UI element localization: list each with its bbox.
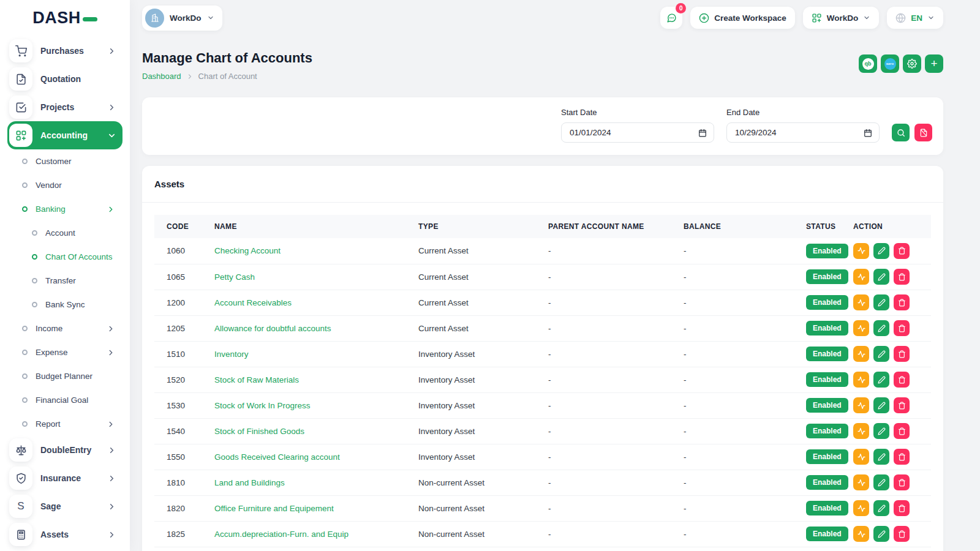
account-name-link[interactable]: Goods Received Clearing account [214, 452, 340, 462]
account-name-link[interactable]: Checking Account [214, 246, 281, 255]
delete-account-button[interactable] [894, 526, 910, 542]
reset-filter-button[interactable] [914, 124, 932, 141]
sidebar-item-accounting[interactable]: Accounting [7, 121, 123, 149]
breadcrumb-dashboard-link[interactable]: Dashboard [142, 72, 181, 81]
account-activity-button[interactable] [853, 500, 869, 516]
settings-button[interactable] [903, 54, 921, 73]
sidebar-item-financial-goal[interactable]: Financial Goal [7, 388, 123, 412]
delete-account-button[interactable] [894, 243, 910, 259]
account-activity-button[interactable] [853, 372, 869, 388]
delete-account-button[interactable] [894, 346, 910, 362]
trash-icon [898, 299, 906, 307]
sidebar-item-doubleentry[interactable]: DoubleEntry [7, 436, 123, 464]
table-row: 1060 Checking Account Current Asset - - … [154, 238, 931, 264]
sidebar-item-assets[interactable]: Assets [7, 520, 123, 549]
account-name-link[interactable]: Account Receivables [214, 298, 292, 307]
account-type: Non-current Asset [418, 470, 548, 495]
file-slash-icon [919, 129, 928, 137]
col-action: ACTION [853, 215, 931, 238]
edit-account-button[interactable] [873, 372, 889, 388]
delete-account-button[interactable] [894, 449, 910, 465]
apply-filter-button[interactable] [892, 124, 910, 141]
sidebar-item-chart-of-accounts[interactable]: Chart Of Accounts [7, 245, 123, 269]
language-selector[interactable]: EN [887, 7, 943, 29]
app-logo[interactable]: DASH [0, 0, 130, 36]
sidebar-item-banking[interactable]: Banking [7, 197, 123, 221]
edit-account-button[interactable] [873, 320, 889, 336]
account-name-link[interactable]: Stock of Work In Progress [214, 401, 311, 410]
account-name-link[interactable]: Stock of Finished Goods [214, 427, 304, 436]
account-type: Current Asset [418, 264, 548, 290]
end-date-input[interactable]: 10/29/2024 [726, 122, 880, 143]
sidebar-item-income[interactable]: Income [7, 317, 123, 340]
calendar-icon[interactable] [698, 129, 707, 137]
delete-account-button[interactable] [894, 269, 910, 285]
account-activity-button[interactable] [853, 474, 869, 490]
account-activity-button[interactable] [853, 526, 869, 542]
sage-icon: S [9, 495, 32, 518]
account-activity-button[interactable] [853, 243, 869, 259]
account-activity-button[interactable] [853, 397, 869, 413]
sidebar-item-quotation[interactable]: Quotation [7, 65, 123, 93]
chevron-down-icon [107, 131, 116, 140]
account-name-link[interactable]: Accum.depreciation-Furn. and Equip [214, 530, 349, 539]
edit-account-button[interactable] [873, 397, 889, 413]
account-name-link[interactable]: Petty Cash [214, 272, 255, 282]
delete-account-button[interactable] [894, 372, 910, 388]
account-name-link[interactable]: Office Furniture and Equipement [214, 504, 334, 513]
account-activity-button[interactable] [853, 449, 869, 465]
app-menu-button[interactable]: WorkDo [803, 7, 880, 29]
delete-account-button[interactable] [894, 500, 910, 516]
edit-account-button[interactable] [873, 474, 889, 490]
account-activity-button[interactable] [853, 320, 869, 336]
calendar-icon[interactable] [864, 129, 872, 137]
edit-account-button[interactable] [873, 423, 889, 439]
edit-account-button[interactable] [873, 346, 889, 362]
delete-account-button[interactable] [894, 397, 910, 413]
edit-account-button[interactable] [873, 500, 889, 516]
account-activity-button[interactable] [853, 269, 869, 285]
quickbooks-button[interactable]: qb [859, 54, 877, 73]
sidebar-item-sage[interactable]: S Sage [7, 492, 123, 520]
workspace-switcher[interactable]: WorkDo [142, 6, 222, 31]
delete-account-button[interactable] [894, 474, 910, 490]
sidebar-item-budget-planner[interactable]: Budget Planner [7, 364, 123, 388]
delete-account-button[interactable] [894, 423, 910, 439]
parent-account-name: - [548, 367, 684, 392]
sidebar-item-label: DoubleEntry [40, 445, 99, 455]
bullet-icon [22, 421, 28, 427]
xero-button[interactable]: xero [881, 54, 899, 73]
edit-account-button[interactable] [873, 526, 889, 542]
edit-account-button[interactable] [873, 449, 889, 465]
sidebar-item-account[interactable]: Account [7, 221, 123, 245]
edit-account-button[interactable] [873, 243, 889, 259]
account-activity-button[interactable] [853, 423, 869, 439]
activity-icon [858, 376, 865, 384]
activity-icon [858, 402, 865, 410]
account-activity-button[interactable] [853, 294, 869, 310]
sidebar-item-customer[interactable]: Customer [7, 149, 123, 173]
start-date-input[interactable]: 01/01/2024 [561, 122, 714, 143]
account-name-link[interactable]: Inventory [214, 350, 249, 359]
sidebar-item-vendor[interactable]: Vendor [7, 173, 123, 197]
account-name-link[interactable]: Land and Buildings [214, 478, 285, 487]
add-account-button[interactable]: + [925, 54, 943, 73]
sidebar-item-expense[interactable]: Expense [7, 340, 123, 364]
pencil-icon [878, 273, 886, 281]
sidebar-item-insurance[interactable]: Insurance [7, 464, 123, 492]
edit-account-button[interactable] [873, 269, 889, 285]
sidebar-item-bank-sync[interactable]: Bank Sync [7, 293, 123, 317]
sidebar-item-projects[interactable]: Projects [7, 93, 123, 121]
account-name-link[interactable]: Stock of Raw Materials [214, 375, 299, 384]
account-code: 1065 [154, 264, 214, 290]
delete-account-button[interactable] [894, 320, 910, 336]
account-name-link[interactable]: Allowance for doubtful accounts [214, 324, 331, 333]
sidebar-item-transfer[interactable]: Transfer [7, 269, 123, 293]
account-activity-button[interactable] [853, 346, 869, 362]
delete-account-button[interactable] [894, 294, 910, 310]
sidebar-item-purchases[interactable]: Purchases [7, 37, 123, 65]
sidebar-item-report[interactable]: Report [7, 412, 123, 436]
edit-account-button[interactable] [873, 294, 889, 310]
messages-button[interactable]: 0 [660, 7, 682, 29]
create-workspace-button[interactable]: Create Workspace [690, 7, 795, 29]
